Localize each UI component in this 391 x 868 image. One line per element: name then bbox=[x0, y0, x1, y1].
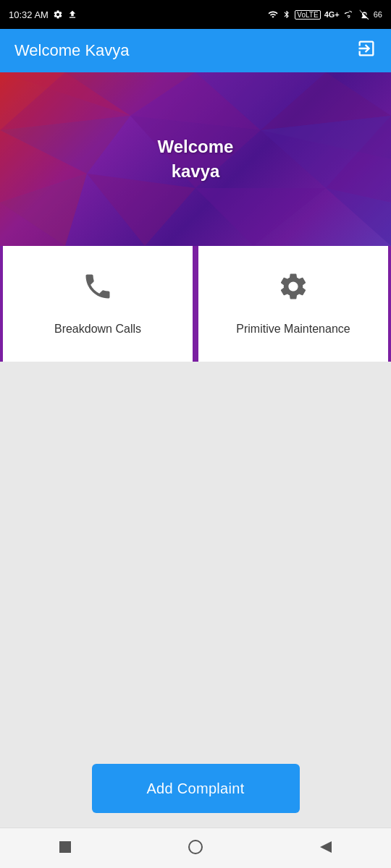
hero-banner: Welcome kavya bbox=[0, 72, 391, 246]
nav-back-button[interactable] bbox=[317, 838, 335, 859]
header-title: Welcome Kavya bbox=[14, 41, 130, 60]
battery-display: 66 bbox=[374, 10, 382, 19]
cards-section: Breakdown Calls Primitive Maintenance bbox=[0, 246, 391, 362]
svg-rect-20 bbox=[59, 841, 71, 853]
upload-icon bbox=[67, 9, 77, 20]
primitive-maintenance-card[interactable]: Primitive Maintenance bbox=[198, 246, 388, 362]
bluetooth-icon bbox=[282, 9, 291, 20]
breakdown-calls-card[interactable]: Breakdown Calls bbox=[3, 246, 193, 362]
svg-marker-14 bbox=[87, 174, 196, 246]
logout-icon bbox=[356, 38, 377, 59]
hero-text: Welcome kavya bbox=[158, 135, 234, 183]
volte-badge: VoLTE bbox=[295, 10, 320, 20]
svg-marker-22 bbox=[320, 841, 332, 853]
home-circle-icon bbox=[187, 838, 204, 856]
status-right: VoLTE 4G+ 66 bbox=[267, 9, 382, 20]
stop-icon bbox=[56, 838, 74, 856]
add-complaint-area: Add Complaint bbox=[0, 749, 391, 827]
primitive-maintenance-label: Primitive Maintenance bbox=[236, 321, 350, 337]
logout-button[interactable] bbox=[356, 38, 377, 63]
main-content bbox=[0, 362, 391, 796]
nav-stop-button[interactable] bbox=[56, 838, 74, 859]
status-left: 10:32 AM bbox=[9, 9, 77, 20]
nav-home-button[interactable] bbox=[187, 838, 204, 859]
hero-name: kavya bbox=[158, 159, 234, 184]
back-icon bbox=[317, 838, 335, 856]
svg-point-21 bbox=[189, 841, 202, 854]
signal1-icon bbox=[343, 9, 355, 20]
hero-welcome: Welcome bbox=[158, 135, 234, 159]
breakdown-calls-label: Breakdown Calls bbox=[54, 321, 141, 337]
status-bar: 10:32 AM VoLTE 4G+ 66 bbox=[0, 0, 391, 29]
settings-icon bbox=[53, 9, 63, 20]
gear-icon bbox=[277, 271, 309, 310]
nav-bar bbox=[0, 827, 391, 868]
time-display: 10:32 AM bbox=[9, 9, 49, 20]
4g-badge: 4G+ bbox=[324, 10, 340, 19]
phone-icon bbox=[82, 271, 114, 310]
wifi-icon bbox=[267, 9, 279, 20]
add-complaint-button[interactable]: Add Complaint bbox=[92, 764, 300, 813]
svg-marker-15 bbox=[196, 188, 326, 246]
app-header: Welcome Kavya bbox=[0, 29, 391, 72]
signal2-icon bbox=[358, 9, 370, 20]
